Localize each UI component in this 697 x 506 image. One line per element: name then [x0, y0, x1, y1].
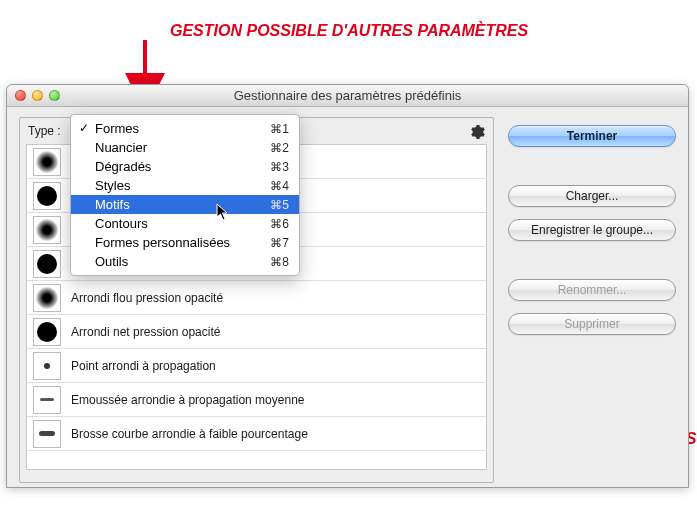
dropdown-item-outils[interactable]: Outils ⌘8 [71, 252, 299, 271]
dropdown-item-label: Styles [95, 178, 130, 193]
preset-manager-window: Gestionnaire des paramètres prédéfinis T… [6, 84, 689, 488]
list-item[interactable]: Arrondi net pression opacité [27, 315, 486, 349]
dropdown-item-label: Contours [95, 216, 148, 231]
dropdown-item-label: Dégradés [95, 159, 151, 174]
load-button[interactable]: Charger... [508, 185, 676, 207]
dropdown-item-label: Outils [95, 254, 128, 269]
list-item[interactable]: Arrondi flou pression opacité [27, 281, 486, 315]
list-item-label: Arrondi net pression opacité [71, 325, 220, 339]
dropdown-item-label: Nuancier [95, 140, 147, 155]
dropdown-item-nuancier[interactable]: Nuancier ⌘2 [71, 138, 299, 157]
window-title: Gestionnaire des paramètres prédéfinis [7, 88, 688, 103]
delete-button[interactable]: Supprimer [508, 313, 676, 335]
save-set-button[interactable]: Enregistrer le groupe... [508, 219, 676, 241]
zoom-icon[interactable] [49, 90, 60, 101]
gear-icon[interactable] [469, 124, 485, 140]
dropdown-item-shortcut: ⌘4 [270, 179, 289, 193]
traffic-lights [15, 90, 60, 101]
dropdown-item-label: Formes personnalisées [95, 235, 230, 250]
annotation-top: GESTION POSSIBLE D'AUTRES PARAMÈTRES [170, 22, 528, 40]
dropdown-item-formes[interactable]: ✓ Formes ⌘1 [71, 119, 299, 138]
type-label: Type : [26, 124, 61, 138]
list-item[interactable]: Emoussée arrondie à propagation moyenne [27, 383, 486, 417]
dropdown-item-shortcut: ⌘5 [270, 198, 289, 212]
titlebar: Gestionnaire des paramètres prédéfinis [7, 85, 688, 107]
dropdown-item-contours[interactable]: Contours ⌘6 [71, 214, 299, 233]
type-dropdown[interactable]: ✓ Formes ⌘1 Nuancier ⌘2 Dégradés ⌘3 Styl… [70, 114, 300, 276]
dropdown-item-degrades[interactable]: Dégradés ⌘3 [71, 157, 299, 176]
list-item-label: Point arrondi à propagation [71, 359, 216, 373]
dropdown-item-shortcut: ⌘7 [270, 236, 289, 250]
list-item[interactable]: Brosse courbe arrondie à faible pourcent… [27, 417, 486, 451]
done-button[interactable]: Terminer [508, 125, 676, 147]
dropdown-item-styles[interactable]: Styles ⌘4 [71, 176, 299, 195]
dropdown-item-motifs[interactable]: Motifs ⌘5 [71, 195, 299, 214]
dropdown-item-shortcut: ⌘3 [270, 160, 289, 174]
dropdown-item-label: Motifs [95, 197, 130, 212]
rename-button[interactable]: Renommer... [508, 279, 676, 301]
dropdown-item-label: Formes [95, 121, 139, 136]
actions-panel: Terminer Charger... Enregistrer le group… [508, 117, 676, 483]
minimize-icon[interactable] [32, 90, 43, 101]
list-item-label: Arrondi flou pression opacité [71, 291, 223, 305]
close-icon[interactable] [15, 90, 26, 101]
list-item[interactable]: Point arrondi à propagation [27, 349, 486, 383]
check-icon: ✓ [79, 121, 89, 135]
dropdown-item-formes-perso[interactable]: Formes personnalisées ⌘7 [71, 233, 299, 252]
dropdown-item-shortcut: ⌘8 [270, 255, 289, 269]
list-item-label: Brosse courbe arrondie à faible pourcent… [71, 427, 308, 441]
dropdown-item-shortcut: ⌘1 [270, 122, 289, 136]
preset-panel: Type : A [19, 117, 494, 483]
dropdown-item-shortcut: ⌘2 [270, 141, 289, 155]
list-item-label: Emoussée arrondie à propagation moyenne [71, 393, 304, 407]
dropdown-item-shortcut: ⌘6 [270, 217, 289, 231]
